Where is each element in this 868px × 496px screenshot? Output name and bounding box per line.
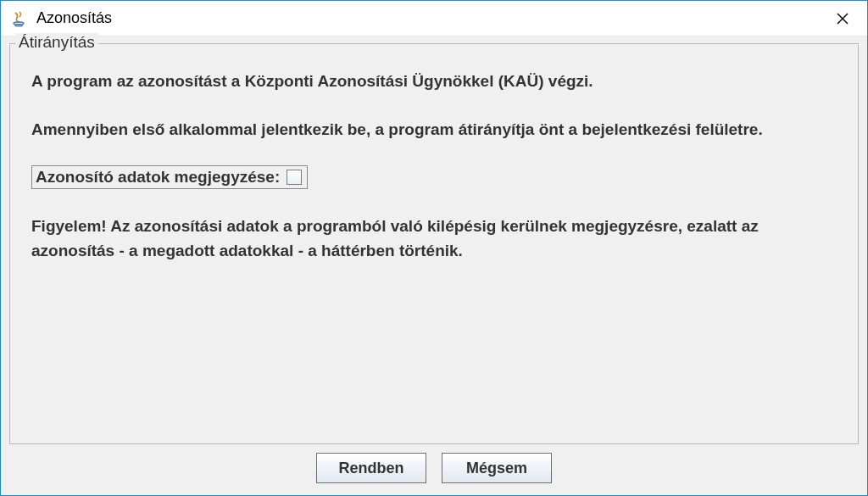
cancel-button[interactable]: Mégsem xyxy=(442,453,552,483)
titlebar: Azonosítás xyxy=(1,1,867,36)
content-area: Átirányítás A program az azonosítást a K… xyxy=(1,36,867,495)
close-icon xyxy=(837,13,849,25)
svg-point-1 xyxy=(15,25,23,26)
java-icon xyxy=(9,9,28,28)
remember-credentials-row: Azonosító adatok megjegyzése: xyxy=(31,165,308,189)
ok-button[interactable]: Rendben xyxy=(316,453,426,483)
fieldset-legend: Átirányítás xyxy=(15,33,98,52)
dialog-window: Azonosítás Átirányítás A program az azon… xyxy=(0,0,868,496)
redirect-fieldset: Átirányítás A program az azonosítást a K… xyxy=(9,43,859,444)
warning-paragraph: Figyelem! Az azonosítási adatok a progra… xyxy=(31,215,841,263)
info-paragraph-2: Amennyiben első alkalommal jelentkezik b… xyxy=(31,118,841,142)
fieldset-content: A program az azonosítást a Központi Azon… xyxy=(10,44,858,280)
remember-credentials-checkbox[interactable] xyxy=(287,170,302,185)
close-button[interactable] xyxy=(821,3,864,35)
button-bar: Rendben Mégsem xyxy=(9,453,859,487)
window-title: Azonosítás xyxy=(36,9,821,27)
remember-credentials-label: Azonosító adatok megjegyzése: xyxy=(36,168,280,187)
info-paragraph-1: A program az azonosítást a Központi Azon… xyxy=(31,70,841,94)
